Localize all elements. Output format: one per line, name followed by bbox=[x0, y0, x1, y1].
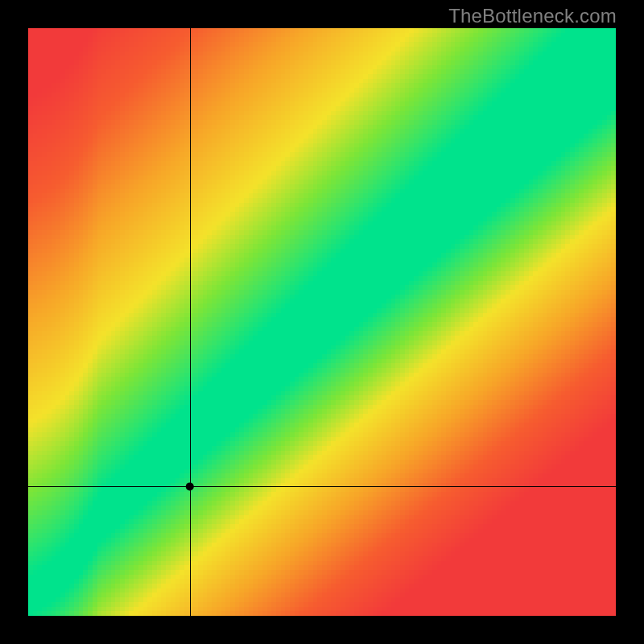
crosshair-horizontal bbox=[28, 486, 616, 487]
chart-container: TheBottleneck.com bbox=[0, 0, 644, 644]
heatmap-plot bbox=[28, 28, 616, 616]
heatmap-canvas bbox=[28, 28, 616, 616]
watermark-text: TheBottleneck.com bbox=[448, 5, 617, 27]
crosshair-vertical bbox=[190, 28, 191, 616]
